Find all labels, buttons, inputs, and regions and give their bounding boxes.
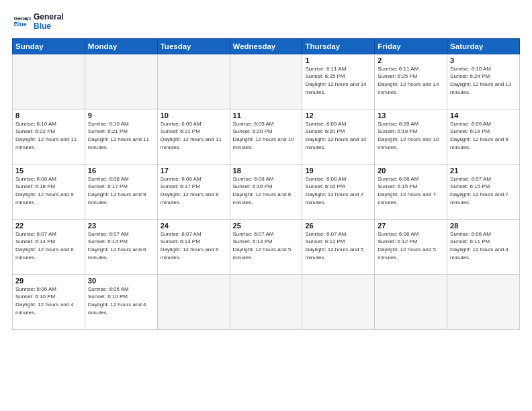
day-cell-19: 19 Sunrise: 6:08 AMSunset: 6:16 PMDaylig… — [302, 164, 375, 219]
weekday-header-wednesday: Wednesday — [230, 38, 302, 54]
day-number: 16 — [88, 167, 154, 175]
day-number: 2 — [378, 56, 444, 64]
day-number: 15 — [15, 167, 82, 175]
day-info: Sunrise: 6:09 AMSunset: 6:20 PMDaylight:… — [305, 120, 371, 151]
day-cell-23: 23 Sunrise: 6:07 AMSunset: 6:14 PMDaylig… — [85, 219, 157, 274]
day-info: Sunrise: 6:09 AMSunset: 6:19 PMDaylight:… — [378, 120, 444, 151]
day-info: Sunrise: 6:08 AMSunset: 6:18 PMDaylight:… — [15, 175, 82, 206]
day-cell-14: 14 Sunrise: 6:09 AMSunset: 6:18 PMDaylig… — [447, 109, 520, 164]
svg-text:Blue: Blue — [14, 21, 27, 28]
week-row-2: 8 Sunrise: 6:10 AMSunset: 6:22 PMDayligh… — [13, 109, 520, 164]
day-number: 3 — [450, 56, 517, 64]
empty-cell — [13, 54, 85, 109]
day-number: 17 — [161, 167, 227, 175]
day-cell-1: 1 Sunrise: 6:11 AMSunset: 6:25 PMDayligh… — [302, 54, 375, 109]
empty-cell — [157, 54, 230, 109]
day-info: Sunrise: 6:06 AMSunset: 6:10 PMDaylight:… — [88, 285, 154, 316]
empty-cell — [157, 274, 230, 329]
day-info: Sunrise: 6:07 AMSunset: 6:13 PMDaylight:… — [233, 230, 300, 261]
logo: General Blue General Blue — [12, 12, 64, 32]
day-info: Sunrise: 6:07 AMSunset: 6:15 PMDaylight:… — [450, 175, 517, 206]
header: General Blue General Blue — [12, 12, 520, 32]
week-row-3: 15 Sunrise: 6:08 AMSunset: 6:18 PMDaylig… — [13, 164, 520, 219]
day-number: 18 — [233, 167, 300, 175]
day-info: Sunrise: 6:06 AMSunset: 6:12 PMDaylight:… — [378, 230, 444, 261]
day-cell-11: 11 Sunrise: 6:09 AMSunset: 6:20 PMDaylig… — [230, 109, 302, 164]
day-cell-8: 8 Sunrise: 6:10 AMSunset: 6:22 PMDayligh… — [13, 109, 85, 164]
day-cell-10: 10 Sunrise: 6:09 AMSunset: 6:21 PMDaylig… — [157, 109, 230, 164]
day-cell-9: 9 Sunrise: 6:10 AMSunset: 6:21 PMDayligh… — [85, 109, 157, 164]
day-number: 20 — [378, 167, 444, 175]
day-number: 30 — [88, 277, 154, 285]
week-row-5: 29 Sunrise: 6:06 AMSunset: 6:10 PMDaylig… — [13, 274, 520, 329]
day-info: Sunrise: 6:07 AMSunset: 6:13 PMDaylight:… — [161, 230, 227, 261]
day-cell-27: 27 Sunrise: 6:06 AMSunset: 6:12 PMDaylig… — [375, 219, 447, 274]
day-info: Sunrise: 6:09 AMSunset: 6:18 PMDaylight:… — [450, 120, 517, 151]
calendar: SundayMondayTuesdayWednesdayThursdayFrid… — [12, 38, 520, 330]
day-info: Sunrise: 6:06 AMSunset: 6:10 PMDaylight:… — [15, 285, 82, 316]
day-cell-25: 25 Sunrise: 6:07 AMSunset: 6:13 PMDaylig… — [230, 219, 302, 274]
day-number: 12 — [305, 111, 371, 120]
day-info: Sunrise: 6:10 AMSunset: 6:24 PMDaylight:… — [450, 65, 517, 96]
day-cell-28: 28 Sunrise: 6:06 AMSunset: 6:11 PMDaylig… — [447, 219, 520, 274]
day-cell-2: 2 Sunrise: 6:11 AMSunset: 6:25 PMDayligh… — [375, 54, 447, 109]
day-cell-24: 24 Sunrise: 6:07 AMSunset: 6:13 PMDaylig… — [157, 219, 230, 274]
day-number: 14 — [450, 111, 517, 120]
day-info: Sunrise: 6:08 AMSunset: 6:17 PMDaylight:… — [88, 175, 154, 206]
empty-cell — [230, 54, 302, 109]
empty-cell — [230, 274, 302, 329]
day-number: 24 — [161, 222, 227, 230]
day-info: Sunrise: 6:07 AMSunset: 6:14 PMDaylight:… — [15, 230, 82, 261]
day-cell-30: 30 Sunrise: 6:06 AMSunset: 6:10 PMDaylig… — [85, 274, 157, 329]
day-number: 25 — [233, 222, 300, 230]
day-info: Sunrise: 6:08 AMSunset: 6:15 PMDaylight:… — [378, 175, 444, 206]
day-cell-29: 29 Sunrise: 6:06 AMSunset: 6:10 PMDaylig… — [13, 274, 85, 329]
day-info: Sunrise: 6:11 AMSunset: 6:25 PMDaylight:… — [305, 65, 371, 96]
day-cell-20: 20 Sunrise: 6:08 AMSunset: 6:15 PMDaylig… — [375, 164, 447, 219]
day-info: Sunrise: 6:08 AMSunset: 6:16 PMDaylight:… — [233, 175, 300, 206]
day-cell-12: 12 Sunrise: 6:09 AMSunset: 6:20 PMDaylig… — [302, 109, 375, 164]
logo-icon: General Blue — [12, 12, 31, 31]
day-cell-26: 26 Sunrise: 6:07 AMSunset: 6:12 PMDaylig… — [302, 219, 375, 274]
weekday-header-tuesday: Tuesday — [157, 38, 230, 54]
empty-cell — [302, 274, 375, 329]
day-number: 19 — [305, 167, 371, 175]
weekday-header-monday: Monday — [85, 38, 157, 54]
day-cell-22: 22 Sunrise: 6:07 AMSunset: 6:14 PMDaylig… — [13, 219, 85, 274]
weekday-header-sunday: Sunday — [13, 38, 85, 54]
day-number: 9 — [88, 111, 154, 120]
day-number: 26 — [305, 222, 371, 230]
day-number: 8 — [15, 111, 82, 120]
week-row-1: 1 Sunrise: 6:11 AMSunset: 6:25 PMDayligh… — [13, 54, 520, 109]
week-row-4: 22 Sunrise: 6:07 AMSunset: 6:14 PMDaylig… — [13, 219, 520, 274]
day-info: Sunrise: 6:07 AMSunset: 6:12 PMDaylight:… — [305, 230, 371, 261]
day-cell-16: 16 Sunrise: 6:08 AMSunset: 6:17 PMDaylig… — [85, 164, 157, 219]
day-cell-21: 21 Sunrise: 6:07 AMSunset: 6:15 PMDaylig… — [447, 164, 520, 219]
empty-cell — [85, 54, 157, 109]
weekday-header-row: SundayMondayTuesdayWednesdayThursdayFrid… — [13, 38, 520, 54]
day-number: 1 — [305, 56, 371, 64]
day-number: 29 — [15, 277, 82, 285]
weekday-header-friday: Friday — [375, 38, 447, 54]
day-info: Sunrise: 6:10 AMSunset: 6:21 PMDaylight:… — [88, 120, 154, 151]
day-info: Sunrise: 6:08 AMSunset: 6:17 PMDaylight:… — [161, 175, 227, 206]
day-info: Sunrise: 6:07 AMSunset: 6:14 PMDaylight:… — [88, 230, 154, 261]
day-info: Sunrise: 6:10 AMSunset: 6:22 PMDaylight:… — [15, 120, 82, 151]
day-number: 21 — [450, 167, 517, 175]
empty-cell — [375, 274, 447, 329]
day-cell-17: 17 Sunrise: 6:08 AMSunset: 6:17 PMDaylig… — [157, 164, 230, 219]
day-cell-15: 15 Sunrise: 6:08 AMSunset: 6:18 PMDaylig… — [13, 164, 85, 219]
day-info: Sunrise: 6:09 AMSunset: 6:21 PMDaylight:… — [161, 120, 227, 151]
weekday-header-thursday: Thursday — [302, 38, 375, 54]
day-info: Sunrise: 6:08 AMSunset: 6:16 PMDaylight:… — [305, 175, 371, 206]
day-info: Sunrise: 6:06 AMSunset: 6:11 PMDaylight:… — [450, 230, 517, 261]
day-number: 11 — [233, 111, 300, 120]
day-cell-18: 18 Sunrise: 6:08 AMSunset: 6:16 PMDaylig… — [230, 164, 302, 219]
day-number: 22 — [15, 222, 82, 230]
day-number: 10 — [161, 111, 227, 120]
day-info: Sunrise: 6:11 AMSunset: 6:25 PMDaylight:… — [378, 65, 444, 96]
weekday-header-saturday: Saturday — [447, 38, 520, 54]
empty-cell — [447, 274, 520, 329]
day-number: 27 — [378, 222, 444, 230]
page: General Blue General Blue SundayMondayTu… — [0, 0, 532, 411]
